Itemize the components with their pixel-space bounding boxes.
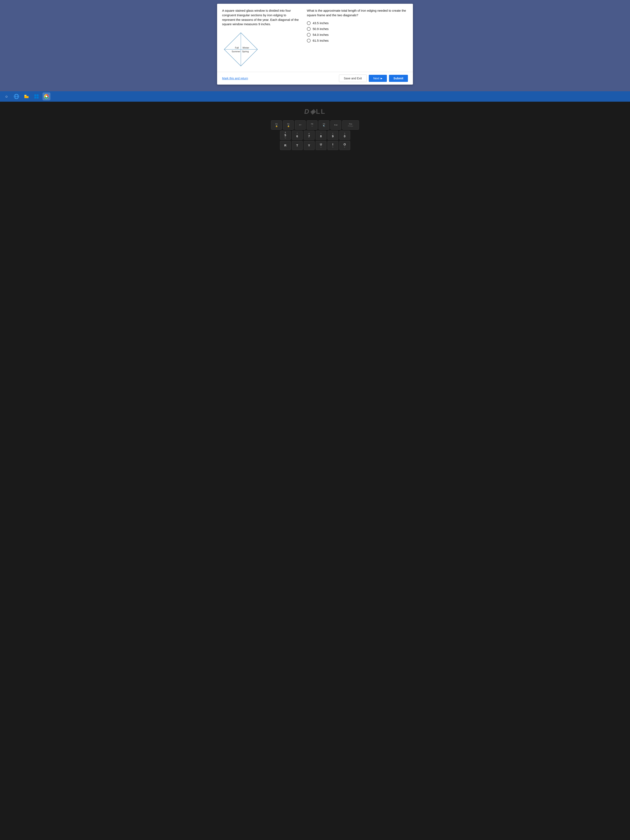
label-summer: Summer [232,50,240,53]
fn-key-row: F5 🔒 F6 🔒 F7 F8 ▭ F9 🔍 F10 F11 [223,120,407,129]
taskbar-files[interactable] [22,93,30,100]
key-9[interactable]: ( 9 [327,131,338,140]
radio-1[interactable] [307,21,311,25]
key-6[interactable]: ^ 6 [292,131,303,140]
answer-options: 43.5 inches 50.9 inches 54.0 inches 61.5… [307,21,408,43]
key-y[interactable]: Y [304,141,314,150]
radio-4[interactable] [307,39,311,43]
stained-glass-diagram: Fall Winter Summer Spring [222,31,260,68]
diagram: Fall Winter Summer Spring [222,31,260,68]
radio-3[interactable] [307,33,311,37]
option-3[interactable]: 54.0 inches [307,33,408,37]
next-button[interactable]: Next [369,75,387,82]
letter-row: R T Y U 4 I 5 O 6 [223,141,407,150]
save-exit-button[interactable]: Save and Exit [339,74,366,82]
key-f6[interactable]: F6 🔒 [283,120,294,129]
key-f10[interactable]: F10 [330,120,341,129]
taskbar: ○ [0,91,630,102]
footer-buttons: Save and Exit Next Submit [339,74,408,82]
key-f7[interactable]: F7 [295,120,306,129]
keyboard: F5 🔒 F6 🔒 F7 F8 ▭ F9 🔍 F10 F11 [223,120,407,151]
key-o[interactable]: O 6 [339,141,350,150]
key-0[interactable]: ) 0 [339,131,350,140]
taskbar-chrome[interactable] [43,93,51,100]
right-column: What is the approximate total length of … [307,8,408,68]
svg-point-14 [46,96,47,97]
key-f9[interactable]: F9 🔍 [319,120,329,129]
mark-return-button[interactable]: Mark this and return [222,77,248,80]
quiz-card: A square stained glass window is divided… [217,4,413,85]
taskbar-search[interactable]: ○ [3,93,10,100]
option-1[interactable]: 43.5 inches [307,21,408,25]
key-f5[interactable]: F5 🔒 [271,120,282,129]
question-text-right: What is the approximate total length of … [307,8,408,17]
key-8[interactable]: * 8 [316,131,327,140]
option-1-text: 43.5 inches [313,21,329,25]
left-column: A square stained glass window is divided… [222,8,300,68]
taskbar-store[interactable] [33,93,40,100]
quiz-footer: Mark this and return Save and Exit Next … [217,72,413,85]
taskbar-browser[interactable] [13,93,21,100]
key-7[interactable]: & 7 [304,131,314,140]
svg-rect-7 [24,96,28,98]
key-5[interactable]: $ 5 % [280,131,291,140]
svg-rect-10 [35,97,36,98]
key-r[interactable]: R [280,141,291,150]
key-i[interactable]: I 5 [327,141,338,150]
svg-rect-8 [35,95,36,96]
option-4-text: 61.5 inches [313,39,329,42]
label-fall: Fall [235,46,239,49]
label-winter: Winter [243,46,249,49]
svg-rect-11 [37,97,38,98]
quiz-body: A square stained glass window is divided… [217,4,413,72]
option-2[interactable]: 50.9 inches [307,27,408,31]
svg-rect-9 [37,95,38,96]
submit-button[interactable]: Submit [389,75,408,82]
key-u[interactable]: U 4 [316,141,327,150]
key-f8[interactable]: F8 ▭ [307,120,317,129]
dell-logo: D◈LL [304,107,325,115]
radio-2[interactable] [307,27,311,31]
question-text-left: A square stained glass window is divided… [222,8,300,27]
key-t[interactable]: T [292,141,303,150]
laptop-bottom: D◈LL F5 🔒 F6 🔒 F7 F8 ▭ F9 🔍 [0,102,630,840]
option-2-text: 50.9 inches [313,27,329,31]
option-3-text: 54.0 inches [313,33,329,36]
option-4[interactable]: 61.5 inches [307,39,408,43]
key-f11[interactable]: F11 PrtScr [342,120,359,129]
number-row: $ 5 % ^ 6 & 7 * 8 ( 9 ) 0 [223,131,407,140]
label-spring: Spring [242,50,249,53]
